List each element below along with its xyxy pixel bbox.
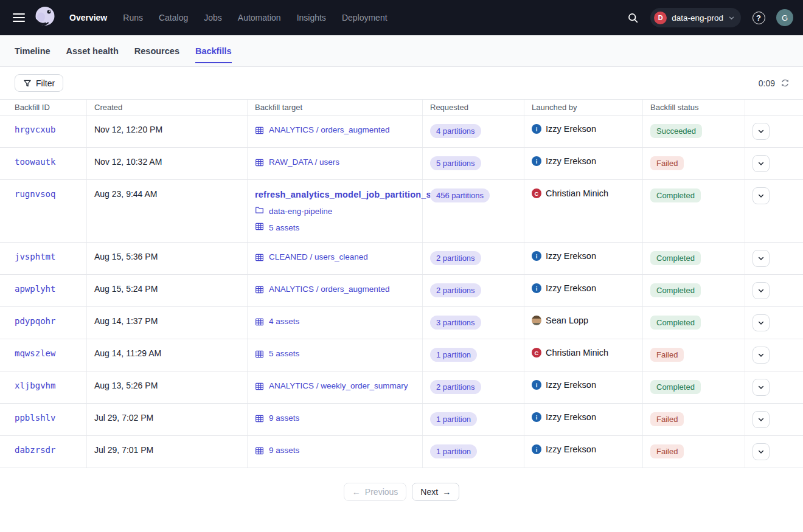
user-avatar[interactable]: G — [776, 9, 793, 26]
backfill-id-link[interactable]: xljbgvhm — [15, 381, 55, 390]
table-row: apwplyht Aug 15, 5:24 PM ANALYTICS / ord… — [0, 275, 803, 307]
filter-button[interactable]: Filter — [15, 74, 63, 92]
nav-item-runs[interactable]: Runs — [123, 13, 143, 22]
nav-item-catalog[interactable]: Catalog — [159, 13, 188, 22]
status-cell: Completed — [643, 307, 745, 339]
launched-by-cell: i Izzy Erekson — [524, 275, 643, 306]
nav-item-deployment[interactable]: Deployment — [342, 13, 388, 22]
backfill-id-link[interactable]: pdypqohr — [15, 316, 55, 326]
backfill-id-link[interactable]: toowautk — [15, 157, 55, 167]
backfill-id-cell: toowautk — [0, 148, 87, 179]
backfill-target-link[interactable]: 4 assets — [255, 316, 415, 328]
nav-right-cluster: D data-eng-prod ? G — [622, 7, 793, 28]
backfill-id-link[interactable]: apwplyht — [15, 284, 55, 294]
menu-icon[interactable] — [9, 7, 29, 28]
row-expand-button[interactable] — [753, 282, 770, 299]
row-expand-button[interactable] — [753, 443, 770, 460]
status-badge: Completed — [650, 380, 701, 394]
backfill-target-label: ANALYTICS / orders_augmented — [269, 124, 390, 136]
partitions-badge: 456 partitions — [430, 188, 490, 202]
backfill-id-link[interactable]: ppblshlv — [15, 413, 55, 423]
row-expand-button[interactable] — [753, 155, 770, 172]
requested-cell: 1 partition — [423, 436, 524, 468]
status-badge: Completed — [650, 251, 701, 265]
row-expand-button[interactable] — [753, 347, 770, 364]
tab-resources[interactable]: Resources — [134, 35, 179, 66]
asset-count-link[interactable]: 5 assets — [269, 223, 299, 233]
backfill-id-link[interactable]: rugnvsoq — [15, 189, 55, 199]
partitions-badge: 1 partition — [430, 412, 477, 426]
launcher-name: Izzy Erekson — [546, 412, 596, 422]
launched-by-cell: i Izzy Erekson — [524, 243, 643, 274]
requested-cell: 1 partition — [423, 339, 524, 371]
backfill-target-link[interactable]: CLEANED / users_cleaned — [255, 251, 415, 263]
row-expand-button[interactable] — [753, 379, 770, 396]
asset-table-icon — [255, 158, 264, 167]
previous-page-button[interactable]: ← Previous — [344, 483, 406, 501]
backfill-target-link[interactable]: 9 assets — [255, 412, 415, 424]
tab-backfills[interactable]: Backfills — [195, 35, 232, 66]
row-expand-button[interactable] — [753, 314, 770, 331]
backfill-target-label: 5 assets — [269, 348, 299, 360]
status-badge: Completed — [650, 188, 701, 202]
backfill-target-link[interactable]: RAW_DATA / users — [255, 156, 415, 168]
backfill-target-link[interactable]: ANALYTICS / weekly_order_summary — [255, 380, 415, 392]
backfill-target-link[interactable]: ANALYTICS / orders_augmented — [255, 124, 415, 136]
status-cell: Completed — [643, 275, 745, 306]
launcher-avatar — [532, 316, 541, 325]
backfill-id-cell: jvsphtmt — [0, 243, 87, 274]
backfill-target-link[interactable]: 9 assets — [255, 444, 415, 457]
actions-cell — [745, 180, 803, 242]
actions-cell — [745, 371, 803, 403]
backfill-id-link[interactable]: hrgvcxub — [15, 125, 55, 134]
refresh-icon[interactable] — [779, 77, 791, 89]
search-icon[interactable] — [622, 7, 643, 28]
backfill-id-link[interactable]: jvsphtmt — [15, 252, 55, 261]
backfill-id-link[interactable]: mqwszlew — [15, 348, 55, 358]
nav-item-overview[interactable]: Overview — [69, 13, 107, 22]
header-backfill-status: Backfill status — [643, 100, 745, 115]
header-backfill-id: Backfill ID — [0, 100, 87, 115]
created-timestamp: Jul 29, 7:01 PM — [94, 445, 153, 455]
requested-cell: 2 partitions — [423, 243, 524, 274]
code-location-link[interactable]: data-eng-pipeline — [269, 207, 332, 216]
tab-timeline[interactable]: Timeline — [15, 35, 50, 66]
nav-item-insights[interactable]: Insights — [297, 13, 326, 22]
partitions-badge: 1 partition — [430, 444, 477, 458]
status-cell: Failed — [643, 404, 745, 435]
row-expand-button[interactable] — [753, 411, 770, 428]
nav-item-jobs[interactable]: Jobs — [204, 13, 222, 22]
actions-cell — [745, 307, 803, 339]
help-icon[interactable]: ? — [748, 7, 769, 28]
partitions-badge: 2 partitions — [430, 251, 481, 265]
row-expand-button[interactable] — [753, 123, 770, 140]
launched-by-cell: C Christian Minich — [524, 180, 643, 242]
backfill-target-link[interactable]: ANALYTICS / orders_augmented — [255, 283, 415, 295]
backfill-id-cell: hrgvcxub — [0, 116, 87, 147]
asset-table-icon — [255, 446, 264, 455]
asset-table-icon — [255, 317, 264, 326]
created-cell: Jul 29, 7:02 PM — [87, 404, 248, 435]
backfill-target-link[interactable]: 5 assets — [255, 348, 415, 360]
job-partition-set-link[interactable]: refresh_analytics_model_job_partition_se… — [255, 188, 415, 201]
row-expand-button[interactable] — [753, 187, 770, 204]
workspace-switcher[interactable]: D data-eng-prod — [650, 8, 741, 27]
requested-cell: 3 partitions — [423, 307, 524, 339]
dagster-logo-icon[interactable] — [33, 4, 58, 31]
partitions-badge: 2 partitions — [430, 380, 481, 394]
tab-asset-health[interactable]: Asset health — [66, 35, 119, 66]
launcher-avatar: i — [532, 444, 541, 454]
backfill-id-link[interactable]: dabzrsdr — [15, 445, 55, 455]
asset-table-icon — [255, 382, 264, 391]
row-expand-button[interactable] — [753, 250, 770, 267]
status-cell: Completed — [643, 180, 745, 242]
backfill-target-cell: ANALYTICS / weekly_order_summary — [248, 371, 423, 403]
next-page-button[interactable]: Next → — [412, 483, 459, 501]
backfill-target-label: CLEANED / users_cleaned — [269, 251, 368, 263]
created-timestamp: Nov 12, 10:32 AM — [94, 157, 162, 167]
status-cell: Succeeded — [643, 116, 745, 147]
chevron-down-icon — [757, 319, 765, 326]
asset-table-icon — [255, 222, 264, 233]
nav-item-automation[interactable]: Automation — [238, 13, 281, 22]
backfill-target-cell: 5 assets — [248, 339, 423, 371]
